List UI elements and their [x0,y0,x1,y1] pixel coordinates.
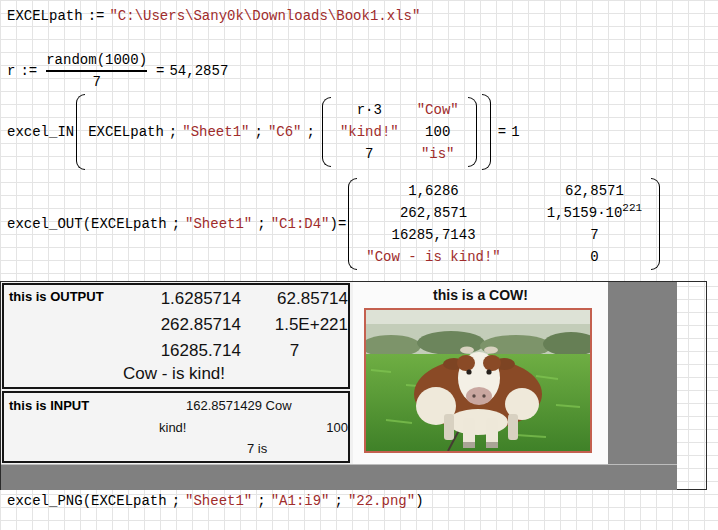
matrix-cell: "is" [421,145,455,163]
equation-r-definition[interactable]: r := random(1000) 7 = 54,2857 [7,51,228,91]
excel-output-box: this is OUTPUT 1.6285714 62.85714 262.85… [2,283,350,389]
matrix-open-paren [348,178,357,270]
arg-separator: ; [257,215,265,233]
embedded-excel-screenshot[interactable]: this is OUTPUT 1.6285714 62.85714 262.85… [0,281,707,490]
matrix-cell: "Cow" [417,101,459,119]
string-literal-path: "C:\Users\Sany0k\Downloads\Book1.xls" [109,7,420,25]
table-cell: 262.85714 [100,315,241,335]
variable-name: EXCELpath [7,7,83,25]
excel-capture-area: this is OUTPUT 1.6285714 62.85714 262.85… [1,282,677,489]
arg-separator: ; [169,123,177,141]
equation-excel-out[interactable]: excel_OUT ( EXCELpath ; "Sheet1" ; "C1:D… [7,175,662,273]
matrix-close-paren [468,97,477,167]
arg-cell: "C6" [268,123,302,141]
arg-filename: "22.png" [348,492,415,510]
input-value: 100 [298,420,348,435]
output-footer-text: Cow - is kind! [4,364,344,384]
matrix-cell: 16285,7143 [392,226,476,244]
arg-separator: ; [172,492,180,510]
table-cell: 1.5E+221 [241,315,348,335]
arg-separator: ; [257,492,265,510]
excel-input-box: this is INPUT 162.8571429 Cow kind! 100 … [2,391,350,463]
equation-excel-in[interactable]: excel_IN EXCELpath ; "Sheet1" ; "C6" ; r… [7,94,520,170]
open-paren: ( [83,492,91,510]
matrix-cell: 7 [365,145,373,163]
fraction: random(1000) 7 [46,51,147,91]
cow-panel-title: this is a COW! [353,287,608,303]
equation-excelpath-definition[interactable]: EXCELpath := "C:\Users\Sany0k\Downloads\… [7,7,420,25]
equals-operator: = [156,62,164,80]
matrix-close-paren [651,178,660,270]
matrix-open-paren [322,97,331,167]
input-box-title: this is INPUT [9,398,89,413]
arg-separator: ; [335,492,343,510]
fraction-bar [46,70,147,72]
input-value: 7 is [247,441,267,456]
fraction-denominator: 7 [92,73,100,91]
input-matrix: r·3 "Cow" "kind!" 100 7 "is" [320,94,479,170]
close-paren: ) [415,492,423,510]
result-matrix: 1,6286 62,8571 262,8571 1,5159·10221 162… [346,175,662,273]
function-name: excel_IN [7,123,74,141]
cow-photo [364,308,592,453]
arg-sheet: "Sheet1" [185,492,252,510]
function-name: excel_OUT [7,215,83,233]
arg-path: EXCELpath [91,492,167,510]
equals-operator: = [338,215,346,233]
matrix-cell: 262,8571 [400,204,467,222]
arg-range: "A1:i9" [271,492,330,510]
arg-sheet: "Sheet1" [185,215,252,233]
function-name: excel_PNG [7,492,83,510]
input-value: 162.8571429 Cow [186,398,292,413]
table-cell: 1.6285714 [100,289,241,309]
matrix-cell: r·3 [357,101,382,119]
input-value: kind! [159,420,186,435]
excel-gray-backdrop-right [608,282,677,464]
result-value: 1 [511,123,519,141]
fraction-numerator: random(1000) [46,51,147,69]
close-paren [482,94,491,170]
arg-path: EXCELpath [88,123,164,141]
table-cell: 62.85714 [241,289,348,309]
matrix-cell-exponent: 1,5159·10221 [547,204,642,222]
result-value: 54,2857 [169,62,228,80]
assign-operator: := [88,7,105,25]
arg-sheet: "Sheet1" [182,123,249,141]
close-paren: ) [330,215,338,233]
arg-separator: ; [254,123,262,141]
worksheet-grid-canvas[interactable]: EXCELpath := "C:\Users\Sany0k\Downloads\… [0,0,718,530]
open-paren [76,94,85,170]
matrix-cell: "Cow - is kind!" [366,248,500,266]
arg-separator: ; [172,215,180,233]
open-paren: ( [83,215,91,233]
assign-operator: := [20,62,37,80]
excel-gray-backdrop-bottom [1,464,677,490]
matrix-cell: 0 [590,248,598,266]
equals-operator: = [498,123,506,141]
matrix-cell: 1,6286 [408,182,458,200]
cow-panel: this is a COW! [353,282,608,464]
arg-path: EXCELpath [91,215,167,233]
arg-range: "C1:D4" [271,215,330,233]
output-values-table: 1.6285714 62.85714 262.85714 1.5E+221 16… [100,286,348,364]
variable-name: r [7,62,15,80]
table-cell: 7 [241,341,348,361]
arg-separator: ; [306,123,314,141]
matrix-cell: 62,8571 [565,182,624,200]
matrix-cell: 7 [590,226,598,244]
equation-excel-png[interactable]: excel_PNG ( EXCELpath ; "Sheet1" ; "A1:i… [7,492,424,510]
cow-illustration [366,310,590,451]
output-box-title: this is OUTPUT [9,289,104,304]
matrix-cell: 100 [425,123,450,141]
table-cell: 16285.714 [100,341,241,361]
matrix-cell: "kind!" [340,123,399,141]
